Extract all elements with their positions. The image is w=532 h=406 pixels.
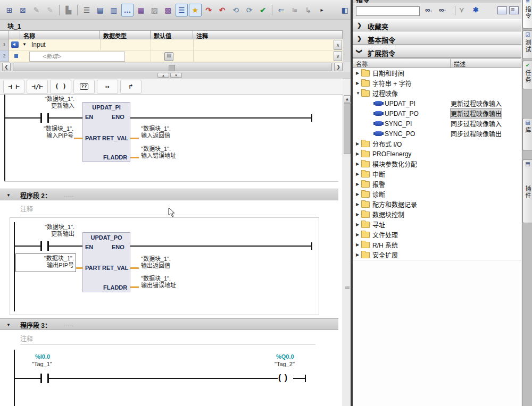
fladdr-operand-label[interactable]: "数据块_1".输入错误地址 [141, 146, 176, 159]
insert-nc-contact-button[interactable]: ⊣/⊢ [27, 80, 48, 94]
column-header-comment[interactable]: 注释 [193, 30, 343, 39]
tree-item-sync-pi[interactable]: SYNC_PI同步过程映像输入 [353, 119, 521, 129]
datatype-picker-button[interactable]: ▥ [164, 52, 173, 61]
tree-folder-recipe-data-log[interactable]: ▶配方和数据记录 [353, 199, 521, 209]
split-editor-space-button[interactable]: ◧ [339, 4, 351, 16]
toggle-symbol-information-button[interactable]: ☰ [176, 4, 188, 16]
tree-item-sync-po[interactable]: SYNC_PO同步过程映像输出 [353, 129, 521, 139]
float-view-button[interactable] [497, 6, 507, 14]
find-next-icon[interactable]: ∞↓ [425, 6, 432, 14]
tree-folder-distributed-io[interactable]: ▶分布式 I/O [353, 139, 521, 149]
table-scroll-up-button[interactable]: ∧ [334, 40, 342, 50]
absolute-operand-info-button[interactable]: I≡ [288, 4, 301, 16]
row-name-label[interactable]: Input [31, 41, 46, 48]
no-contact[interactable] [40, 374, 49, 383]
filter-icon[interactable]: ⋎ [459, 6, 464, 14]
insert-coil-button[interactable]: ( ) [50, 80, 71, 94]
contact-tag-label[interactable]: "Tag_1" [32, 361, 52, 368]
consistency-check-button[interactable]: ✔ [256, 4, 269, 16]
part-operand-label[interactable]: "数据块_1".输入PIP号 [26, 125, 73, 139]
selected-operand-box[interactable]: "数据块_1".输出PIP号 [15, 253, 76, 272]
tree-folder-file-handling[interactable]: ▶文件处理 [353, 230, 521, 240]
coil-tag-label[interactable]: "Tag_2" [275, 361, 295, 368]
insert-network-button[interactable]: ⊞ [3, 4, 15, 16]
tree-folder-process-image[interactable]: ▼过程映像 [353, 88, 521, 98]
collapse-triangle-icon[interactable]: ▼ [6, 323, 11, 327]
toggle-network-comments-button[interactable]: … [121, 4, 134, 16]
vertical-scroll-thumb[interactable] [344, 103, 351, 154]
tab-libraries[interactable]: ▤ 库 [522, 118, 532, 151]
output-coil[interactable]: ( ) [278, 373, 288, 383]
tree-folder-addressing[interactable]: ▶寻址 [353, 219, 521, 230]
insert-empty-box-button[interactable]: ?? [73, 80, 95, 94]
tab-testing[interactable]: ☑ 测试 [522, 30, 532, 59]
fladdr-operand-label[interactable]: "数据块_1".输出错误地址 [141, 275, 176, 289]
find-previous-icon[interactable]: ∞↑ [439, 6, 446, 14]
no-contact[interactable] [40, 241, 49, 251]
expand-ladder-boxes-button[interactable]: ▩ [162, 4, 174, 16]
tree-folder-module-parameterization[interactable]: ▶模块参数化分配 [353, 159, 521, 169]
expand-all-networks-button[interactable]: ▦ [135, 4, 147, 16]
tree-folder-diagnostics[interactable]: ▶诊断 [353, 189, 521, 199]
dock-view-button[interactable]: ▥ [509, 6, 519, 14]
contact-operand-label[interactable]: "数据块_1".更新输出 [27, 224, 74, 238]
ladder-editor-canvas[interactable]: "数据块_1".更新输入 UPDAT_PI EN ENO PART RET_VA… [0, 95, 343, 406]
favorites-wizard-button[interactable]: ★ [189, 4, 201, 16]
synchronize-block-call-button[interactable]: ⟳ [243, 4, 255, 16]
paste-operand-button[interactable]: ▙ [62, 4, 74, 16]
delete-network-button[interactable]: ⊠ [16, 4, 29, 16]
instruction-search-input[interactable] [356, 6, 420, 16]
network-2-header[interactable]: ▼ 程序段 2： ..... [0, 189, 338, 200]
tree-column-name[interactable]: 名称 [353, 58, 451, 68]
collapse-triangle-icon[interactable]: ▼ [6, 193, 11, 198]
rewire-operand-button[interactable]: ✎ [44, 4, 56, 16]
close-branch-button[interactable]: ↱ [120, 80, 142, 94]
contact-operand-label[interactable]: "数据块_1".更新输入 [27, 96, 74, 109]
updat-pi-block[interactable]: UPDAT_PI [82, 102, 130, 162]
scroll-right-button[interactable]: ❯ [334, 63, 343, 71]
table-scroll-down-button[interactable]: ∨ [334, 51, 342, 61]
tab-addins[interactable]: ⬒ 插件 [522, 159, 532, 223]
tree-column-description[interactable]: 描述 [451, 58, 521, 68]
tree-folder-data-block-control[interactable]: ▶数据块控制 [353, 209, 521, 219]
expand-arrow-icon[interactable]: ▼ [22, 42, 27, 47]
tree-folder-interrupts[interactable]: ▶中断 [353, 169, 521, 179]
network-3-comment-placeholder[interactable]: 注释 [20, 334, 33, 343]
view-absolute-button[interactable]: ☰ [80, 4, 93, 16]
tree-folder-safety-extension[interactable]: ▶安全扩展 [353, 250, 521, 260]
update-block-call-button[interactable]: ⟲ [229, 4, 242, 16]
tree-item-updat-pi[interactable]: UPDAT_PI更新过程映像输入 [353, 98, 521, 108]
free-form-comments-button[interactable]: ↳ [302, 4, 314, 16]
tree-folder-string-char[interactable]: ▶字符串 + 字符 [353, 78, 521, 88]
network-3-title-placeholder[interactable]: ..... [64, 322, 74, 327]
go-to-next-error-button[interactable]: ↷ [203, 4, 215, 16]
horizontal-scroll-thumb[interactable] [13, 63, 332, 71]
tab-tasks[interactable]: ✔ 任务 [522, 61, 532, 89]
section-extended-instructions[interactable]: ❯ 扩展指令 [353, 46, 521, 58]
open-branch-button[interactable]: ↦ [97, 80, 118, 94]
network-2-comment-placeholder[interactable]: 注释 [20, 204, 33, 213]
profile-filter-icon[interactable]: ✱ [473, 6, 479, 14]
table-row-input[interactable]: ◂ ▼ Input [9, 39, 343, 50]
collapse-all-networks-button[interactable]: ▨ [148, 4, 161, 16]
splitter-collapse-down-button[interactable]: ▼ [170, 73, 182, 78]
more-commands-button[interactable]: ▸ [315, 4, 328, 16]
splitter-collapse-up-button[interactable]: ▲ [157, 73, 169, 78]
scroll-left-button[interactable]: ❮ [2, 63, 11, 71]
column-header-name[interactable]: 名称 [20, 30, 100, 39]
section-basic-instructions[interactable]: ❯ 基本指令 [353, 32, 521, 45]
table-row-add-new[interactable]: <新增> ▥ [9, 50, 343, 62]
tree-folder-profienergy[interactable]: ▶PROFIenergy [353, 149, 521, 159]
network-2-title-placeholder[interactable]: ..... [64, 192, 74, 198]
insert-block-call-button[interactable]: ⇐ [275, 4, 287, 16]
retval-operand-label[interactable]: "数据块_1".输出返回值 [141, 256, 171, 269]
column-header-defaultvalue[interactable]: 默认值 [151, 30, 193, 39]
view-symbolic-button[interactable]: ▤ [94, 4, 106, 16]
rename-network-button[interactable]: ✎ [30, 4, 43, 16]
updat-po-block[interactable]: UPDAT_PO [82, 232, 130, 292]
retval-operand-label[interactable]: "数据块_1".输入返回值 [141, 125, 171, 139]
insert-no-contact-button[interactable]: ⊣ ⊢ [3, 80, 24, 94]
section-favorites[interactable]: ❯ 收藏夹 [353, 19, 521, 31]
tree-folder-date-time[interactable]: ▶日期和时间 [353, 68, 521, 78]
tab-instructions[interactable]: ≣ 指令 [522, 0, 532, 29]
